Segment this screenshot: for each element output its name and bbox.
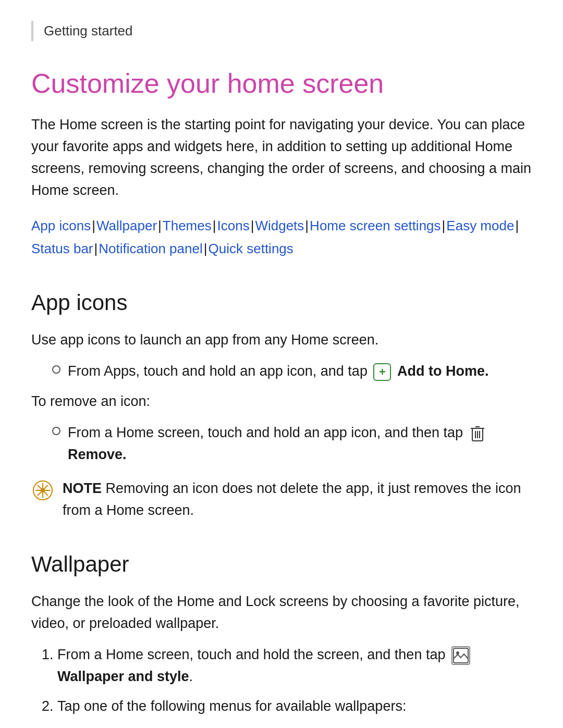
to-remove-text: To remove an icon: <box>31 391 532 413</box>
nav-sep-7: | <box>515 218 519 233</box>
nav-sep-6: | <box>442 218 446 233</box>
sub-item-my-wallpapers: My wallpapers: Choose from featured and … <box>73 724 532 728</box>
nav-sep-4: | <box>251 218 254 233</box>
bullet-circle-icon-2 <box>52 427 60 435</box>
nav-link-status-bar[interactable]: Status bar <box>31 241 93 256</box>
nav-link-wallpaper[interactable]: Wallpaper <box>96 218 157 233</box>
page-header: Getting started <box>31 21 532 41</box>
note-star-icon <box>31 479 54 502</box>
nav-link-easy-mode[interactable]: Easy mode <box>446 218 514 233</box>
wallpaper-sub-list: My wallpapers: Choose from featured and … <box>57 724 532 728</box>
nav-sep-3: | <box>213 218 216 233</box>
note-body: Removing an icon does not delete the app… <box>63 480 521 518</box>
nav-link-home-screen-settings[interactable]: Home screen settings <box>310 218 440 233</box>
page-title: Customize your home screen <box>31 67 532 100</box>
wallpaper-section-title: Wallpaper <box>31 548 532 581</box>
wallpaper-style-icon <box>451 646 470 665</box>
app-icons-bullet-remove: From a Home screen, touch and hold an ap… <box>31 422 532 466</box>
app-icons-bullet-remove-text: From a Home screen, touch and hold an ap… <box>68 422 532 466</box>
add-to-home-icon <box>373 363 391 381</box>
wallpaper-intro: Change the look of the Home and Lock scr… <box>31 591 532 635</box>
note-box: NOTE Removing an icon does not delete th… <box>31 478 532 522</box>
svg-point-11 <box>41 488 45 492</box>
nav-sep-9: | <box>204 241 207 256</box>
nav-sep-8: | <box>94 241 98 256</box>
bullet-circle-icon <box>52 365 60 374</box>
nav-link-app-icons[interactable]: App icons <box>31 218 91 233</box>
wallpaper-step-1: From a Home screen, touch and hold the s… <box>57 644 532 688</box>
nav-link-widgets[interactable]: Widgets <box>255 218 304 233</box>
app-icons-bullet-add-text: From Apps, touch and hold an app icon, a… <box>68 361 488 382</box>
header-text: Getting started <box>44 23 133 39</box>
app-icons-intro: Use app icons to launch an app from any … <box>31 329 532 351</box>
nav-link-icons[interactable]: Icons <box>217 218 250 233</box>
note-text: NOTE Removing an icon does not delete th… <box>63 478 532 522</box>
nav-link-quick-settings[interactable]: Quick settings <box>209 241 293 256</box>
nav-sep-1: | <box>92 218 95 233</box>
nav-link-notification-panel[interactable]: Notification panel <box>99 241 202 256</box>
intro-paragraph: The Home screen is the starting point fo… <box>31 114 532 201</box>
app-icons-section-title: App icons <box>31 286 532 319</box>
nav-links: App icons|Wallpaper|Themes|Icons|Widgets… <box>31 214 532 260</box>
nav-link-themes[interactable]: Themes <box>163 218 212 233</box>
wallpaper-steps: From a Home screen, touch and hold the s… <box>31 644 532 728</box>
nav-sep-2: | <box>158 218 162 233</box>
wallpaper-step-2: Tap one of the following menus for avail… <box>57 696 532 728</box>
remove-icon <box>469 424 486 443</box>
app-icons-bullet-add: From Apps, touch and hold an app icon, a… <box>31 361 532 382</box>
nav-sep-5: | <box>305 218 309 233</box>
